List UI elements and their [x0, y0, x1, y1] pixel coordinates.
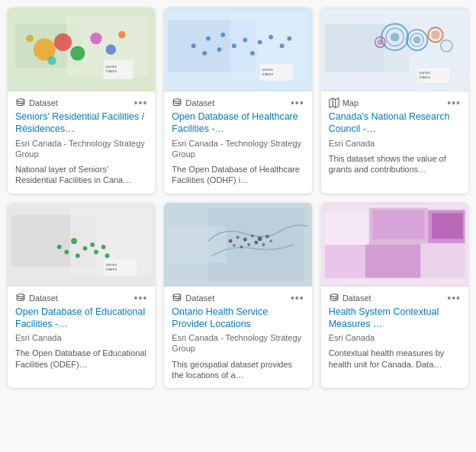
card-2: UNITED STATES Dataset ••• Open Database … [164, 8, 311, 194]
svg-text:UNITED: UNITED [262, 69, 274, 72]
svg-point-59 [76, 253, 80, 258]
svg-text:UNITED: UNITED [106, 264, 117, 267]
card-type-label-4: Dataset [29, 293, 58, 303]
card-thumbnail-3: UNITED STATES [321, 8, 468, 91]
card-body-4: Dataset ••• Open Database of Educational… [8, 287, 155, 389]
svg-point-58 [83, 246, 88, 251]
svg-point-20 [232, 43, 236, 48]
card-type-3: Map [329, 98, 359, 108]
svg-point-85 [174, 293, 182, 297]
card-owner-4: Esri Canada [15, 332, 147, 343]
card-type-label-2: Dataset [185, 98, 214, 107]
svg-marker-51 [330, 98, 339, 107]
svg-point-74 [236, 236, 240, 239]
card-3: UNITED STATES Map ••• Canada's National … [321, 8, 468, 194]
svg-point-83 [262, 243, 265, 246]
card-more-button-4[interactable]: ••• [134, 293, 148, 303]
svg-text:STATES: STATES [106, 70, 117, 73]
svg-point-69 [17, 293, 24, 297]
svg-point-73 [229, 239, 233, 242]
svg-point-26 [280, 43, 285, 48]
svg-rect-93 [328, 215, 361, 237]
card-type-row-4: Dataset ••• [15, 293, 147, 303]
svg-point-81 [240, 245, 243, 248]
card-type-6: Dataset [329, 293, 371, 303]
svg-point-79 [248, 243, 251, 246]
card-more-button-6[interactable]: ••• [447, 293, 461, 303]
svg-point-6 [90, 33, 101, 44]
card-body-2: Dataset ••• Open Database of Healthcare … [164, 91, 311, 194]
card-type-label-5: Dataset [185, 293, 214, 303]
svg-point-23 [203, 51, 207, 56]
card-type-label-1: Dataset [29, 98, 58, 107]
svg-point-78 [265, 235, 269, 239]
svg-point-14 [17, 99, 24, 102]
card-more-button-1[interactable]: ••• [134, 98, 148, 108]
card-type-label-3: Map [343, 98, 359, 107]
svg-point-42 [413, 37, 420, 44]
svg-point-8 [47, 56, 56, 66]
card-1: UNITED STATES Dataset ••• Seniors' Resid… [8, 8, 155, 194]
svg-text:UNITED: UNITED [419, 72, 430, 75]
svg-text:STATES: STATES [106, 268, 117, 271]
svg-rect-92 [420, 243, 465, 277]
card-title-6[interactable]: Health System Contextual Measures … [329, 306, 461, 331]
svg-point-61 [64, 249, 69, 254]
card-more-button-2[interactable]: ••• [291, 98, 304, 108]
svg-point-46 [377, 39, 383, 45]
svg-point-29 [288, 37, 292, 41]
svg-point-10 [118, 31, 126, 39]
svg-point-63 [94, 249, 98, 254]
card-thumbnail-6 [321, 203, 468, 287]
map-icon [329, 98, 339, 108]
card-more-button-5[interactable]: ••• [291, 293, 304, 303]
card-title-5[interactable]: Ontario Health Service Provider Location… [172, 306, 304, 331]
svg-point-39 [391, 33, 400, 42]
card-type-label-6: Dataset [343, 293, 371, 303]
svg-point-4 [54, 34, 72, 51]
card-type-2: Dataset [172, 98, 214, 108]
svg-text:STATES: STATES [419, 76, 430, 79]
svg-point-5 [70, 46, 85, 60]
svg-rect-72 [168, 226, 227, 263]
card-description-6: Contextual health measures by health uni… [329, 348, 461, 370]
card-thumbnail-1: UNITED STATES [8, 8, 155, 91]
svg-rect-95 [432, 213, 463, 239]
card-owner-1: Esri Canada - Technology Strategy Group [15, 138, 147, 160]
card-6: Dataset ••• Health System Contextual Mea… [321, 203, 468, 389]
svg-point-96 [330, 293, 338, 297]
card-4: UNITED STATES Dataset ••• Open Database … [8, 203, 155, 389]
svg-point-18 [206, 37, 211, 41]
database-icon [15, 98, 26, 108]
card-type-row-3: Map ••• [329, 98, 461, 108]
card-type-4: Dataset [15, 293, 58, 303]
card-grid: UNITED STATES Dataset ••• Seniors' Resid… [8, 8, 468, 388]
card-description-3: This dataset shows the value of grants a… [329, 153, 461, 175]
card-title-3[interactable]: Canada's National Research Council -… [329, 111, 461, 136]
card-description-5: This geospatial dataset provides the loc… [172, 359, 304, 381]
database-icon [172, 98, 182, 108]
svg-text:UNITED: UNITED [106, 66, 117, 69]
card-body-3: Map ••• Canada's National Research Counc… [321, 91, 468, 194]
card-title-2[interactable]: Open Database of Healthcare Facilities -… [172, 111, 304, 136]
database-icon [15, 293, 26, 303]
svg-point-75 [243, 238, 247, 242]
svg-point-44 [431, 30, 440, 40]
card-body-6: Dataset ••• Health System Contextual Mea… [321, 287, 468, 389]
card-owner-6: Esri Canada [329, 332, 461, 343]
card-body-1: Dataset ••• Seniors' Residential Facilit… [8, 91, 155, 194]
svg-point-60 [90, 242, 95, 247]
svg-point-76 [251, 234, 254, 237]
svg-point-62 [57, 245, 62, 249]
svg-point-77 [258, 236, 262, 241]
svg-point-84 [270, 239, 273, 242]
card-more-button-3[interactable]: ••• [447, 98, 461, 108]
card-owner-3: Esri Canada [329, 138, 461, 149]
svg-point-9 [26, 35, 34, 43]
card-description-4: The Open Database of Educational Facilit… [15, 348, 147, 370]
svg-point-82 [233, 244, 236, 247]
card-title-1[interactable]: Seniors' Residential Facilities / Réside… [15, 111, 147, 136]
card-body-5: Dataset ••• Ontario Health Service Provi… [164, 287, 311, 389]
card-5: Dataset ••• Ontario Health Service Provi… [164, 203, 311, 389]
card-title-4[interactable]: Open Database of Educational Facilities … [15, 306, 147, 331]
